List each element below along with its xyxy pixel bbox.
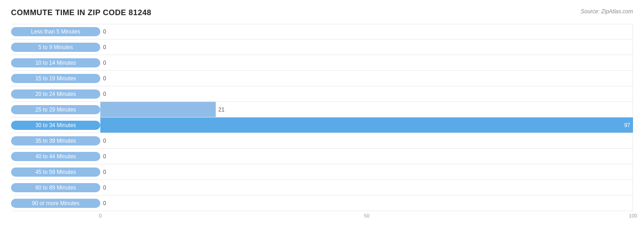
table-row: 20 to 24 Minutes0 [11, 86, 633, 102]
bar-value: 0 [103, 28, 106, 35]
bar-area: 0 [100, 86, 633, 101]
bar-label: 30 to 34 Minutes [11, 121, 100, 130]
bar-area: 0 [100, 39, 633, 55]
table-row: 10 to 14 Minutes0 [11, 55, 633, 71]
bar-label: 20 to 24 Minutes [11, 89, 100, 99]
table-row: 60 to 89 Minutes0 [11, 180, 633, 195]
table-row: 25 to 29 Minutes21 [11, 102, 633, 117]
bar-value: 21 [218, 106, 224, 113]
table-row: 35 to 39 Minutes0 [11, 133, 633, 149]
table-row: 5 to 9 Minutes0 [11, 39, 633, 55]
table-row: 45 to 59 Minutes0 [11, 164, 633, 180]
bar-label: 60 to 89 Minutes [11, 183, 100, 192]
bar-area: 0 [100, 180, 633, 195]
bar-value: 0 [103, 200, 106, 207]
bar-label: 40 to 44 Minutes [11, 152, 100, 161]
bar-area: 0 [100, 71, 633, 86]
bar-area: 0 [100, 195, 633, 211]
bar-label: 15 to 19 Minutes [11, 74, 100, 83]
bar-fill [100, 102, 216, 117]
bar-label: 10 to 14 Minutes [11, 58, 100, 67]
bar-label: 5 to 9 Minutes [11, 43, 100, 52]
chart-container: COMMUTE TIME IN ZIP CODE 81248 Source: Z… [0, 0, 644, 240]
bar-label: 45 to 59 Minutes [11, 167, 100, 177]
chart-source: Source: ZipAtlas.com [581, 8, 633, 15]
chart-header: COMMUTE TIME IN ZIP CODE 81248 Source: Z… [11, 8, 633, 17]
bar-area: 0 [100, 149, 633, 164]
bar-value: 0 [103, 184, 106, 191]
bar-chart: Less than 5 Minutes05 to 9 Minutes010 to… [11, 24, 633, 211]
bar-label: 35 to 39 Minutes [11, 136, 100, 145]
bar-area: 0 [100, 55, 633, 70]
chart-title: COMMUTE TIME IN ZIP CODE 81248 [11, 8, 152, 17]
table-row: 30 to 34 Minutes97 [11, 117, 633, 133]
bar-value: 0 [103, 44, 106, 50]
bar-value: 0 [103, 169, 106, 175]
x-axis-tick: 0 [99, 213, 102, 218]
x-axis-tick: 100 [629, 213, 637, 218]
bar-label: 90 or more Minutes [11, 199, 100, 208]
table-row: 90 or more Minutes0 [11, 195, 633, 211]
x-axis: 050100 [100, 211, 633, 220]
table-row: 40 to 44 Minutes0 [11, 149, 633, 164]
x-axis-tick: 50 [364, 213, 369, 218]
table-row: Less than 5 Minutes0 [11, 24, 633, 39]
bar-value: 0 [103, 75, 106, 82]
bar-area: 0 [100, 24, 633, 39]
bar-value: 0 [103, 91, 106, 97]
bar-label: 25 to 29 Minutes [11, 105, 100, 114]
bar-value: 0 [103, 138, 106, 144]
bar-area: 0 [100, 164, 633, 179]
bar-fill [100, 117, 633, 133]
bar-area: 21 [100, 102, 633, 117]
bar-area: 97 [100, 117, 633, 133]
bar-area: 0 [100, 133, 633, 148]
bar-value: 0 [103, 60, 106, 66]
bar-value: 0 [103, 153, 106, 160]
table-row: 15 to 19 Minutes0 [11, 71, 633, 86]
bar-value: 97 [624, 122, 630, 128]
bar-label: Less than 5 Minutes [11, 27, 100, 36]
